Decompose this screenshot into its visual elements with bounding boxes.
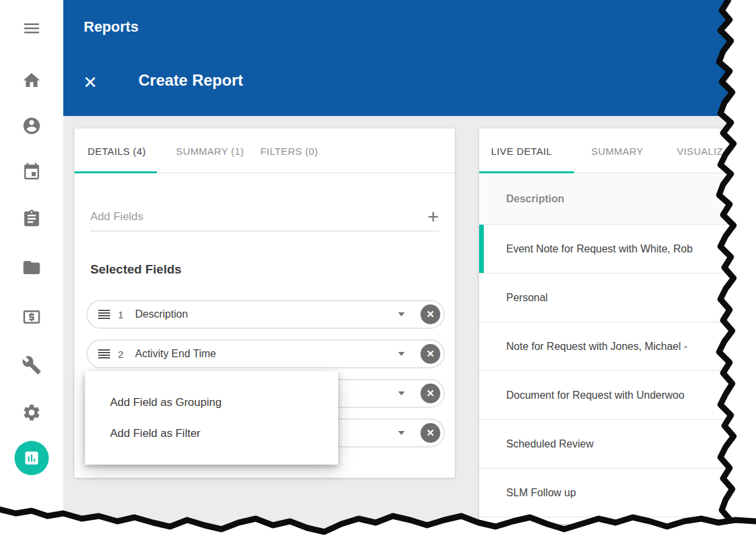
close-icon[interactable]: ✕ [79,71,102,94]
chevron-down-icon[interactable] [398,431,405,435]
calendar-icon [22,162,42,182]
tab-summary-left[interactable]: SUMMARY (1) [176,129,244,173]
sidebar-item-reports-active[interactable] [0,441,63,475]
drag-handle-icon[interactable] [98,349,110,359]
plus-icon[interactable]: + [427,207,439,227]
sidebar-item-person[interactable] [0,115,63,137]
field-context-menu: Add Field as Grouping Add Field as Filte… [85,371,338,465]
sidebar-item-folder[interactable] [0,256,63,279]
table-row[interactable]: Note for Request with Jones, Michael - [479,322,756,371]
field-label: Activity End Time [135,348,398,360]
chevron-down-icon[interactable] [398,312,405,316]
sidebar-item-menu[interactable] [0,17,63,40]
sidebar-item-settings[interactable] [0,401,63,424]
row-text: SLM Follow up [506,487,576,499]
person-icon [22,116,42,136]
drag-handle-icon[interactable] [98,310,110,319]
row-text: Note for Request with Jones, Michael - [506,341,687,353]
field-label: Description [135,308,398,320]
tab-visualization[interactable]: VISUALIZA [677,129,730,173]
tab-live-detail[interactable]: LIVE DETAIL [491,129,552,173]
sidebar-item-money[interactable] [0,306,63,328]
hamburger-menu-icon [22,18,42,38]
table-row[interactable]: Event Note for Request with White, Rob [479,225,756,274]
content-area: DETAILS (4) SUMMARY (1) FILTERS (0) Add … [63,116,756,547]
sidebar-item-calendar[interactable] [0,161,63,183]
tab-summary-right[interactable]: SUMMARY [591,129,643,173]
row-text: Document for Request with Underwoo [506,389,684,401]
row-text: Scheduled Review [506,438,594,450]
report-preview-panel: LIVE DETAIL SUMMARY VISUALIZA Descriptio… [479,129,756,524]
bar-chart-icon [23,449,40,467]
report-builder-panel: DETAILS (4) SUMMARY (1) FILTERS (0) Add … [74,129,455,478]
active-tab-indicator [74,171,157,173]
add-fields-placeholder: Add Fields [90,210,143,223]
selected-field-row[interactable]: 1 Description ✕ [86,300,445,329]
appbar: Reports ✕ Create Report [63,0,756,116]
tab-filters[interactable]: FILTERS (0) [260,129,318,173]
column-header: Description [506,193,564,205]
chevron-down-icon[interactable] [398,391,405,395]
remove-field-button[interactable]: ✕ [421,344,440,364]
tab-details[interactable]: DETAILS (4) [88,129,146,173]
row-text: Personal [506,292,548,304]
preview-tabs: LIVE DETAIL SUMMARY VISUALIZA [479,129,756,173]
home-icon [22,71,42,90]
dialog-title: Create Report [138,71,243,90]
field-order: 2 [118,349,127,360]
sidebar-item-home[interactable] [0,69,63,92]
sidebar-item-clipboard[interactable] [0,208,63,230]
row-text: Event Note for Request with White, Rob [506,243,693,255]
clipboard-icon [22,209,42,229]
table-row[interactable]: SLM Follow up [479,469,756,517]
table-row[interactable]: Scheduled Review [479,420,756,469]
remove-field-button[interactable]: ✕ [421,304,440,324]
selected-field-row[interactable]: 2 Activity End Time ✕ [86,339,445,368]
folder-icon [22,258,42,277]
remove-field-button[interactable]: ✕ [421,384,440,403]
selected-fields-heading: Selected Fields [90,262,181,277]
add-fields-input[interactable]: Add Fields + [90,202,439,231]
money-icon [22,307,42,327]
chevron-down-icon[interactable] [398,352,405,356]
sidebar-item-tools[interactable] [0,354,63,376]
page-title: Reports [84,18,138,36]
field-order: 1 [118,309,127,320]
table-row[interactable]: Document for Request with Underwoo [479,371,756,420]
sidebar [0,0,63,547]
gear-icon [22,403,42,422]
menu-item-add-grouping[interactable]: Add Field as Grouping [110,391,332,414]
reports-active-badge [15,441,49,475]
table-header-row: Description [479,173,756,225]
menu-item-add-filter[interactable]: Add Field as Filter [110,422,332,445]
remove-field-button[interactable]: ✕ [421,423,440,443]
table-row[interactable]: Personal [479,274,756,322]
builder-tabs: DETAILS (4) SUMMARY (1) FILTERS (0) [74,129,455,173]
wrench-icon [22,355,42,375]
app-screen: Reports ✕ Create Report DETAILS (4) SUMM… [0,0,756,547]
